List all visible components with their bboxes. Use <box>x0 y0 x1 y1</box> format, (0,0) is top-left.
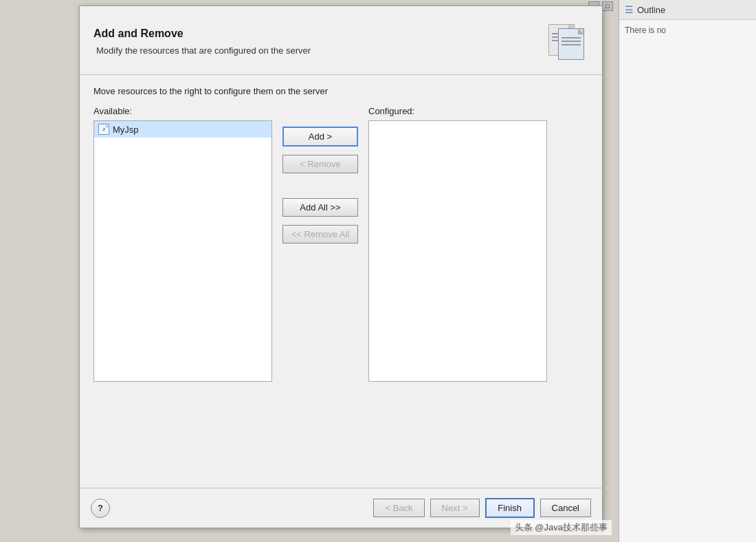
doc-front-lines <box>562 37 581 47</box>
server-document-icon <box>548 23 587 61</box>
jsp-icon-shape: J <box>98 124 109 135</box>
watermark: 头条 @Java技术那些事 <box>511 520 612 535</box>
configured-label: Configured: <box>368 106 547 116</box>
configured-listbox[interactable] <box>368 120 547 382</box>
doc-front-line-1 <box>562 37 581 39</box>
available-label: Available: <box>93 106 272 116</box>
dialog-subtitle: Modify the resources that are configured… <box>96 45 547 56</box>
outline-text: There is no <box>625 25 666 35</box>
dialog-header: Add and Remove Modify the resources that… <box>80 6 602 75</box>
remove-button[interactable]: < Remove <box>282 155 358 173</box>
doc-front <box>558 28 584 60</box>
configured-panel: Configured: <box>368 106 547 382</box>
outline-panel: ☰ Outline There is no <box>619 0 756 542</box>
available-listbox[interactable]: J MyJsp <box>93 120 272 382</box>
outline-title-label: Outline <box>637 5 665 15</box>
body-instruction: Move resources to the right to configure… <box>93 86 588 96</box>
available-item-name: MyJsp <box>113 124 139 135</box>
back-button[interactable]: < Back <box>373 499 424 517</box>
resources-area: Available: J MyJsp Add > < Remove Add Al… <box>93 106 588 382</box>
doc-front-line-2 <box>562 41 581 42</box>
remove-all-button[interactable]: << Remove All <box>282 225 358 243</box>
doc-front-line-3 <box>562 44 581 45</box>
outline-content: There is no <box>619 20 756 41</box>
finish-button[interactable]: Finish <box>485 498 535 518</box>
dialog-icon <box>547 21 588 63</box>
add-button[interactable]: Add > <box>282 127 358 147</box>
dialog-header-text: Add and Remove Modify the resources that… <box>93 28 547 56</box>
next-button[interactable]: Next > <box>430 499 480 517</box>
dialog: Add and Remove Modify the resources that… <box>79 6 603 528</box>
dialog-body: Move resources to the right to configure… <box>80 75 602 393</box>
add-all-button[interactable]: Add All >> <box>282 198 358 217</box>
help-button[interactable]: ? <box>91 499 110 518</box>
dialog-title: Add and Remove <box>93 28 547 40</box>
outline-title-bar: ☰ Outline <box>619 0 756 20</box>
available-panel: Available: J MyJsp <box>93 106 272 382</box>
list-item[interactable]: J MyJsp <box>94 121 271 138</box>
jsp-file-icon: J <box>98 124 109 135</box>
cancel-button[interactable]: Cancel <box>540 499 591 517</box>
action-buttons: Add > < Remove Add All >> << Remove All <box>272 106 368 243</box>
outline-icon: ☰ <box>625 4 634 15</box>
maximize-button[interactable]: □ <box>602 1 613 11</box>
